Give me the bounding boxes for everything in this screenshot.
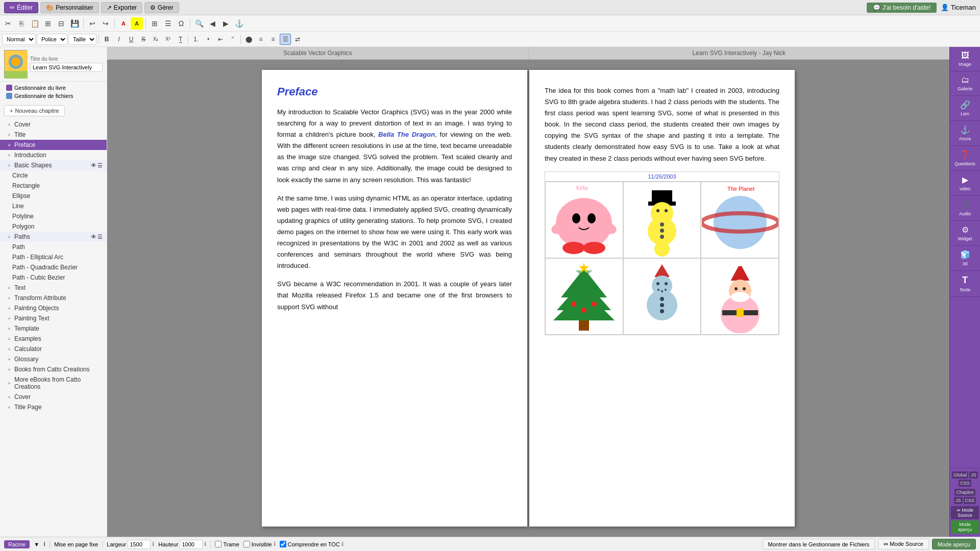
sidebar-item-painting-text[interactable]: + Painting Text [0, 313, 107, 323]
sidebar-item-calculator[interactable]: + Calculator [0, 344, 107, 354]
mode-source-bottom-button[interactable]: ⇔ Mode Source [878, 539, 928, 549]
sidebar-item-path-elliptical-arc[interactable]: Path - Elliptical Arc [0, 252, 107, 262]
sidebar-item-transform-attribute[interactable]: + Transform Attribute [0, 293, 107, 303]
paste-icon[interactable]: 📋 [29, 17, 41, 30]
menu-icon[interactable]: ☰ [97, 234, 103, 240]
sidebar-item-glossary[interactable]: + Glossary [0, 354, 107, 364]
sidebar-item-template[interactable]: + Template [0, 323, 107, 334]
text-direction-button[interactable]: ⇄ [292, 34, 303, 45]
align-center-button[interactable]: ≡ [255, 34, 266, 45]
sidebar-item-title-page[interactable]: + Title Page [0, 402, 107, 412]
bold-button[interactable]: B [101, 34, 112, 45]
align-left-button[interactable]: ⬤ [243, 34, 254, 45]
chapitre-js-tab[interactable]: JS [954, 497, 963, 504]
sidebar-item-books-from-catto[interactable]: + Books from Catto Creations [0, 364, 107, 374]
font-select[interactable]: Police [37, 34, 67, 45]
blockquote-button[interactable]: " [227, 34, 238, 45]
sidebar-item-cover[interactable]: + Cover [0, 119, 107, 130]
3d-button[interactable]: 🧊 3d [950, 246, 980, 271]
sidebar-item-painting-objects[interactable]: + Painting Objects [0, 303, 107, 313]
sidebar-item-polygon[interactable]: Polygon [0, 221, 107, 232]
sidebar-item-examples[interactable]: + Examples [0, 334, 107, 344]
anchor-button[interactable]: ⚓ Ancre [950, 121, 980, 146]
file-manager-item[interactable]: Gestionnaire de fichiers [4, 92, 103, 100]
root-button[interactable]: Racine [4, 540, 30, 548]
help-button[interactable]: 💬 J'ai besoin d'aide! [867, 3, 937, 13]
book-title-input[interactable] [30, 63, 103, 72]
unordered-list-button[interactable]: • [203, 34, 214, 45]
root-dropdown-icon[interactable]: ▼ [34, 541, 39, 547]
size-select[interactable]: Taille [68, 34, 96, 45]
strikethrough-button[interactable]: S [138, 34, 149, 45]
underline-button[interactable]: U [126, 34, 137, 45]
sidebar-item-text[interactable]: + Text [0, 283, 107, 293]
image-button[interactable]: 🖼 Image [950, 47, 980, 71]
trame-label[interactable]: Trame [215, 541, 239, 547]
js-tab[interactable]: JS [969, 471, 978, 479]
texte-button[interactable]: T Texte [950, 271, 980, 297]
ordered-list-button[interactable]: 1. [190, 34, 202, 45]
mode-source-button[interactable]: ⇔ Mode Source [951, 506, 979, 519]
sidebar-item-circle[interactable]: Circle [0, 170, 107, 181]
sidebar-item-path-cubic-bezier[interactable]: Path - Cubic Bezier [0, 272, 107, 283]
right-page[interactable]: The idea for this book comes from a "mat… [529, 70, 795, 527]
search-icon[interactable]: 🔍 [193, 17, 205, 30]
sidebar-item-path[interactable]: Path [0, 242, 107, 252]
video-button[interactable]: ▶ video [950, 171, 980, 196]
style-select[interactable]: Normal [2, 34, 36, 45]
copy-icon[interactable]: ⎘ [15, 17, 28, 30]
chapitre-tab[interactable]: Chapitre [954, 489, 975, 496]
prev-icon[interactable]: ◀ [206, 17, 218, 30]
paste3-icon[interactable]: ⊟ [55, 17, 67, 30]
superscript-button[interactable]: X² [162, 34, 174, 45]
sidebar-item-polyline[interactable]: Polyline [0, 211, 107, 221]
sidebar-item-basic-shapes[interactable]: + Basic Shapes 👁 ☰ [0, 160, 107, 170]
global-tab[interactable]: Global [952, 471, 968, 479]
sidebar-item-more-ebooks[interactable]: + More eBooks from Catto Creations [0, 374, 107, 392]
highlight-icon[interactable]: A [131, 17, 143, 30]
next-icon[interactable]: ▶ [219, 17, 232, 30]
italic-button[interactable]: I [113, 34, 125, 45]
sidebar-item-title[interactable]: + Title [0, 130, 107, 140]
sidebar-item-path-quadradic-bezier[interactable]: Path - Quadradic Bezier [0, 262, 107, 272]
visibility-icon[interactable]: 👁 [91, 162, 96, 169]
sidebar-item-line[interactable]: Line [0, 201, 107, 211]
montrer-button[interactable]: Montrer dans le Gestionnaire de Fichiers [763, 539, 875, 549]
invisible-label[interactable]: Invisible ℹ [243, 541, 276, 547]
sidebar-item-paths[interactable]: + Paths 👁 ☰ [0, 232, 107, 242]
redo-icon[interactable]: ↪ [100, 17, 112, 30]
cut-icon[interactable]: ✂ [2, 17, 14, 30]
personalize-button[interactable]: 🎨 Personnaliser [40, 2, 99, 13]
menu-icon[interactable]: ☰ [97, 162, 103, 169]
link-button[interactable]: 🔗 Lien [950, 96, 980, 121]
text-color-icon[interactable]: A [117, 17, 130, 30]
clear-format-button[interactable]: T̲ [175, 34, 186, 45]
widget-button[interactable]: ⚙ Widget [950, 221, 980, 246]
audio-button[interactable]: 🎵 Audio [950, 196, 980, 221]
align-justify-button[interactable]: ☰ [280, 34, 291, 45]
indent-less-button[interactable]: ⇤ [215, 34, 226, 45]
sidebar-item-cover2[interactable]: + Cover [0, 392, 107, 402]
chapitre-css-tab[interactable]: CSS [964, 497, 976, 504]
book-manager-item[interactable]: Gestionnaire du livre [4, 84, 103, 92]
subscript-button[interactable]: X₂ [150, 34, 161, 45]
editor-button[interactable]: ✏ Éditer [4, 2, 38, 13]
sidebar-item-introduction[interactable]: + Introduction [0, 150, 107, 160]
mode-apercu-button[interactable]: Mode aperçu [951, 520, 979, 534]
comprendre-label[interactable]: Comprendre en TOC ℹ [280, 541, 344, 547]
export-button[interactable]: ↗ Exporter [101, 2, 142, 13]
sidebar-item-rectangle[interactable]: Rectangle [0, 181, 107, 191]
user-label[interactable]: 👤 Ticeman [941, 4, 976, 11]
paste2-icon[interactable]: ⊞ [42, 17, 54, 30]
height-input[interactable] [180, 540, 203, 549]
left-page[interactable]: Preface My introduction to Scalable Vect… [262, 70, 527, 527]
special-char-icon[interactable]: Ω [175, 17, 187, 30]
manage-button[interactable]: ⚙ Gérer [144, 2, 179, 13]
template-link[interactable]: template [737, 132, 763, 139]
mode-apercu-bottom-button[interactable]: Mode aperçu [932, 539, 976, 549]
sidebar-item-ellipse[interactable]: Ellipse [0, 191, 107, 201]
anchor-icon[interactable]: ⚓ [233, 17, 245, 30]
questions-button[interactable]: ❓ Questions [950, 146, 980, 171]
comprendre-checkbox[interactable] [280, 541, 286, 547]
new-chapter-button[interactable]: + Nouveau chapitre [4, 105, 65, 116]
